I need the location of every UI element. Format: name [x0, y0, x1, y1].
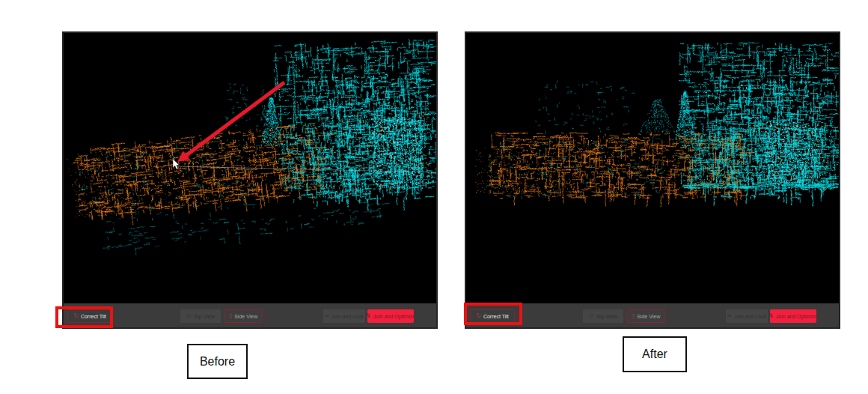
join-and-optimize-icon: ↯ — [768, 313, 774, 319]
top-view-button[interactable]: ▱ Top View — [583, 309, 623, 323]
side-view-icon: ▯ — [632, 313, 635, 319]
before-toolbar: ↻ Correct Tilt ▱ Top View ▯ Side View ∞ … — [64, 303, 436, 327]
after-viewport[interactable] — [466, 33, 839, 303]
join-and-optimize-icon: ↯ — [366, 313, 371, 319]
join-and-lock-label: Join and Lock — [734, 314, 766, 319]
top-view-button[interactable]: ▱ Top View — [180, 309, 221, 323]
point-cloud-after[interactable] — [466, 33, 839, 303]
side-view-icon: ▯ — [229, 313, 232, 319]
top-view-label: Top View — [193, 314, 214, 319]
after-label: After — [623, 336, 687, 372]
point-cloud-before[interactable] — [64, 33, 436, 303]
before-panel: ↻ Correct Tilt ▱ Top View ▯ Side View ∞ … — [62, 31, 438, 329]
top-view-label: Top View — [596, 314, 617, 319]
top-view-icon: ▱ — [186, 313, 191, 319]
join-and-lock-label: Join and Lock — [331, 314, 364, 319]
comparison-page: ↻ Correct Tilt ▱ Top View ▯ Side View ∞ … — [0, 0, 868, 394]
join-and-lock-icon: ∞ — [727, 313, 732, 319]
side-view-button[interactable]: ▯ Side View — [626, 309, 665, 323]
join-and-optimize-button[interactable]: ↯ Join and Optimize — [770, 309, 816, 323]
join-and-optimize-button[interactable]: ↯ Join and Optimize — [367, 309, 414, 323]
before-viewport[interactable] — [64, 33, 436, 303]
side-view-label: Side View — [234, 314, 257, 319]
top-view-icon: ▱ — [589, 313, 593, 319]
join-and-lock-icon: ∞ — [325, 313, 329, 319]
join-and-optimize-label: Join and Optimize — [373, 314, 415, 319]
side-view-label: Side View — [637, 314, 660, 319]
side-view-button[interactable]: ▯ Side View — [224, 309, 263, 323]
after-panel: ↻ Correct Tilt ▱ Top View ▯ Side View ∞ … — [465, 31, 840, 329]
join-and-lock-button[interactable]: ∞ Join and Lock — [726, 309, 768, 323]
before-label: Before — [187, 344, 248, 379]
join-and-optimize-label: Join and Optimize — [776, 314, 818, 319]
correct-tilt-highlight-before — [55, 306, 113, 328]
join-and-lock-button[interactable]: ∞ Join and Lock — [323, 309, 365, 323]
correct-tilt-highlight-after — [464, 303, 522, 325]
